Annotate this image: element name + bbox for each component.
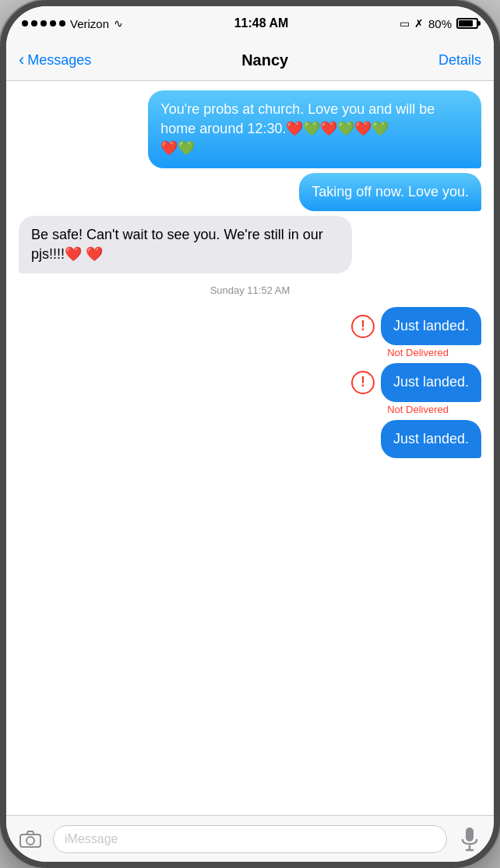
back-button[interactable]: ‹ Messages bbox=[19, 52, 91, 69]
signal-dot-2 bbox=[31, 20, 37, 26]
message-placeholder: iMessage bbox=[65, 832, 118, 846]
signal-dot-1 bbox=[22, 20, 28, 26]
status-bar: Verizon ∿ 11:48 AM ▭ ✗ 80% bbox=[6, 6, 494, 41]
back-arrow-icon: ‹ bbox=[19, 51, 24, 69]
message-bubble-outgoing-1: You're probs at church. Love you and wil… bbox=[148, 90, 481, 168]
error-icon-2[interactable]: ! bbox=[351, 371, 375, 394]
message-text-5: Just landed. bbox=[393, 374, 469, 390]
svg-rect-2 bbox=[466, 827, 474, 842]
message-text-3: Be safe! Can't wait to see you. We're st… bbox=[31, 227, 323, 262]
signal-dots bbox=[22, 20, 65, 26]
status-time: 11:48 AM bbox=[234, 16, 289, 30]
status-right: ▭ ✗ 80% bbox=[400, 17, 478, 30]
details-button[interactable]: Details bbox=[438, 52, 481, 69]
battery-fill bbox=[459, 20, 473, 26]
input-bar: iMessage bbox=[6, 815, 494, 862]
message-bubble-outgoing-3: Just landed. bbox=[381, 307, 481, 345]
mic-button[interactable] bbox=[455, 824, 484, 854]
bluetooth-icon: ✗ bbox=[414, 17, 424, 30]
message-text-2: Taking off now. Love you. bbox=[312, 184, 469, 199]
signal-dot-5 bbox=[59, 20, 65, 26]
mic-icon bbox=[461, 827, 478, 852]
battery-icon bbox=[456, 18, 478, 29]
message-bubble-outgoing-2: Taking off now. Love you. bbox=[299, 173, 481, 211]
carrier-label: Verizon bbox=[70, 17, 109, 30]
message-error-row-2: ! Just landed. Not Delivered bbox=[19, 363, 481, 415]
status-left: Verizon ∿ bbox=[22, 17, 123, 30]
back-label: Messages bbox=[27, 52, 91, 69]
not-delivered-label-2: Not Delivered bbox=[19, 404, 449, 415]
conversation-title: Nancy bbox=[241, 51, 288, 69]
message-error-row-1: ! Just landed. Not Delivered bbox=[19, 307, 481, 358]
message-input[interactable]: iMessage bbox=[53, 825, 447, 853]
message-bubble-incoming-1: Be safe! Can't wait to see you. We're st… bbox=[19, 216, 352, 273]
svg-point-1 bbox=[26, 837, 34, 845]
screen-mirroring-icon: ▭ bbox=[400, 17, 410, 30]
not-delivered-label-1: Not Delivered bbox=[19, 347, 449, 358]
camera-icon bbox=[19, 830, 42, 849]
message-text-4: Just landed. bbox=[393, 318, 469, 333]
camera-button[interactable] bbox=[16, 824, 45, 854]
message-text-1: You're probs at church. Love you and wil… bbox=[160, 101, 435, 156]
timestamp-1: Sunday 11:52 AM bbox=[19, 284, 481, 296]
signal-dot-3 bbox=[40, 20, 47, 26]
message-text-6: Just landed. bbox=[393, 431, 469, 446]
phone-frame: Verizon ∿ 11:48 AM ▭ ✗ 80% ‹ Messages Na… bbox=[0, 0, 500, 868]
signal-dot-4 bbox=[50, 20, 56, 26]
error-icon-1[interactable]: ! bbox=[351, 315, 375, 338]
nav-bar: ‹ Messages Nancy Details bbox=[6, 41, 494, 81]
wifi-icon: ∿ bbox=[114, 17, 123, 30]
battery-percent: 80% bbox=[428, 17, 452, 30]
message-bubble-outgoing-5: Just landed. bbox=[381, 420, 481, 458]
messages-area: You're probs at church. Love you and wil… bbox=[6, 81, 494, 815]
message-bubble-outgoing-4: Just landed. bbox=[381, 363, 481, 401]
